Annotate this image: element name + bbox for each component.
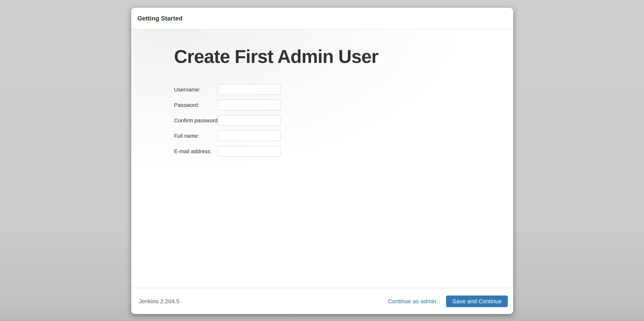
password-label: Password:	[174, 102, 218, 108]
form-row-email: E-mail address:	[174, 146, 513, 156]
form-row-full-name: Full name:	[174, 130, 513, 141]
page-title: Create First Admin User	[174, 46, 513, 68]
dialog-footer: Jenkins 2.204.5 Continue as admin Save a…	[131, 288, 513, 314]
jenkins-version-label: Jenkins 2.204.5	[139, 298, 180, 304]
dialog-content: Create First Admin User Username: Passwo…	[131, 29, 513, 288]
email-address-input[interactable]	[218, 146, 281, 156]
confirm-password-input[interactable]	[218, 115, 281, 126]
continue-as-admin-link[interactable]: Continue as admin	[388, 298, 436, 304]
dialog-title: Getting Started	[137, 15, 182, 22]
form-row-password: Password:	[174, 99, 513, 110]
form-row-confirm-password: Confirm password:	[174, 115, 513, 126]
email-address-label: E-mail address:	[174, 148, 218, 154]
dialog-header: Getting Started	[131, 8, 513, 29]
username-input[interactable]	[218, 84, 281, 95]
password-input[interactable]	[218, 99, 281, 110]
confirm-password-label: Confirm password:	[174, 117, 218, 123]
admin-user-form: Username: Password: Confirm password: Fu…	[174, 84, 513, 156]
form-row-username: Username:	[174, 84, 513, 95]
page-backdrop: Getting Started Create First Admin User …	[0, 0, 644, 321]
getting-started-dialog: Getting Started Create First Admin User …	[131, 8, 513, 314]
full-name-label: Full name:	[174, 132, 218, 139]
full-name-input[interactable]	[218, 130, 281, 141]
save-and-continue-button[interactable]: Save and Continue	[446, 295, 508, 307]
username-label: Username:	[174, 86, 218, 92]
